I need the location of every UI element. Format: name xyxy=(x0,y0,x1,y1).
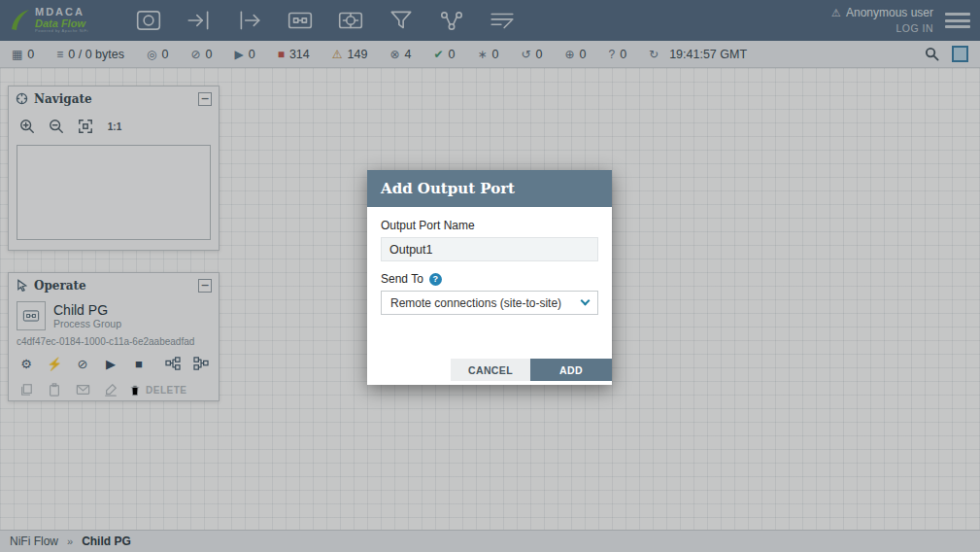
add-output-port-dialog: Add Output Port Output Port Name Send To… xyxy=(367,170,612,385)
chevron-down-icon xyxy=(581,296,591,306)
dialog-title: Add Output Port xyxy=(381,180,515,197)
output-port-name-label: Output Port Name xyxy=(381,219,598,232)
add-button[interactable]: ADD xyxy=(530,359,612,381)
send-to-label: Send To xyxy=(381,272,423,286)
send-to-help-icon[interactable]: ? xyxy=(429,273,442,286)
send-to-select[interactable]: Remote connections (site-to-site) xyxy=(381,291,598,315)
app-root: MDACA Data Flow Powered by Apache NiFi xyxy=(0,0,980,552)
cancel-button[interactable]: CANCEL xyxy=(451,359,530,381)
output-port-name-input[interactable] xyxy=(381,237,598,261)
send-to-selected-value: Remote connections (site-to-site) xyxy=(390,296,561,310)
